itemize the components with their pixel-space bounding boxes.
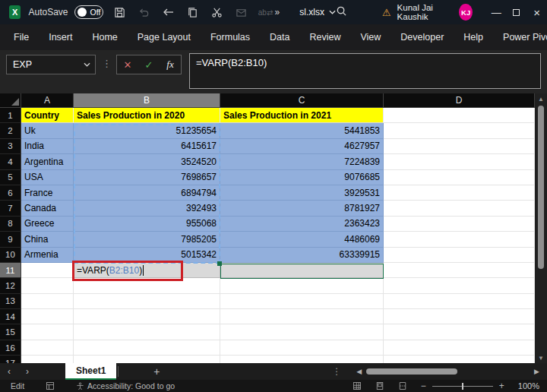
cell-C13[interactable]	[220, 294, 384, 309]
tab-formulas[interactable]: Formulas	[210, 32, 250, 43]
vertical-scrollbar[interactable]: ▲ ▼	[535, 93, 547, 363]
cell-A15[interactable]	[21, 324, 74, 340]
row-header-6[interactable]: 6	[0, 185, 21, 201]
search-icon[interactable]	[336, 5, 347, 19]
cell-B10[interactable]: 5015342	[74, 248, 220, 263]
horizontal-scrollbar[interactable]	[366, 368, 530, 375]
cell-A3[interactable]: India	[21, 139, 74, 154]
document-title[interactable]: sl.xlsx	[299, 7, 336, 17]
vertical-scroll-thumb[interactable]	[538, 106, 544, 269]
cell-C11[interactable]	[220, 263, 384, 278]
maximize-button[interactable]	[507, 0, 527, 24]
cell-B12[interactable]	[74, 278, 220, 293]
cell-D13[interactable]	[384, 294, 535, 309]
name-box[interactable]: EXP	[6, 55, 96, 74]
tab-review[interactable]: Review	[309, 32, 340, 43]
row-header-4[interactable]: 4	[0, 154, 21, 169]
cell-A17[interactable]	[21, 356, 74, 363]
scroll-right-icon[interactable]: ▶	[530, 368, 544, 375]
tab-data[interactable]: Data	[270, 32, 289, 43]
cell-D8[interactable]	[384, 217, 535, 232]
name-box-chevron-icon[interactable]	[84, 62, 90, 67]
cell-B7[interactable]: 392493	[74, 201, 220, 216]
row-header-8[interactable]: 8	[0, 217, 21, 232]
page-layout-view-icon[interactable]	[375, 381, 384, 390]
row-header-17[interactable]: 17	[0, 356, 21, 363]
cell-D15[interactable]	[384, 324, 535, 340]
horizontal-scroll-thumb[interactable]	[366, 368, 457, 375]
tab-help[interactable]: Help	[463, 32, 483, 43]
warning-icon[interactable]: ⚠	[382, 7, 391, 18]
cell-D3[interactable]	[384, 139, 535, 154]
minimize-button[interactable]: —	[486, 0, 507, 24]
cut-icon[interactable]	[211, 6, 223, 18]
cell-A2[interactable]: Uk	[21, 123, 74, 138]
tab-insert[interactable]: Insert	[49, 32, 72, 43]
zoom-slider[interactable]	[432, 386, 493, 387]
tab-power-pivot[interactable]: Power Pivot	[503, 32, 547, 43]
undo-icon[interactable]	[138, 6, 150, 18]
copy-icon[interactable]	[187, 6, 199, 18]
row-header-1[interactable]: 1	[0, 108, 21, 123]
cell-C4[interactable]: 7224839	[220, 154, 384, 169]
cell-D16[interactable]	[384, 340, 535, 356]
avatar[interactable]: KJ	[459, 4, 472, 21]
tab-view[interactable]: View	[360, 32, 381, 43]
row-header-13[interactable]: 13	[0, 294, 21, 309]
formula-cell-B11[interactable]: =VARP(B2:B10)	[74, 263, 220, 278]
cell-D9[interactable]	[384, 232, 535, 247]
cell-A12[interactable]	[21, 278, 74, 293]
splitter-handle[interactable]: ⋮	[332, 366, 341, 377]
cell-B8[interactable]: 955068	[74, 217, 220, 232]
cell-B1[interactable]: Sales Production in 2020	[74, 108, 220, 123]
formula-input[interactable]: =VARP(B2:B10)	[189, 53, 541, 89]
cell-D17[interactable]	[384, 356, 535, 363]
close-button[interactable]: ×	[526, 0, 547, 24]
cell-C16[interactable]	[220, 340, 384, 356]
autosave-toggle[interactable]: Off	[74, 5, 103, 19]
next-sheet-icon[interactable]: ›	[18, 366, 36, 377]
row-header-10[interactable]: 10	[0, 248, 21, 263]
more-commands-icon[interactable]: »	[275, 7, 280, 17]
insert-function-icon[interactable]: fx	[160, 55, 181, 74]
cell-B14[interactable]	[74, 309, 220, 324]
cell-B13[interactable]	[74, 294, 220, 309]
zoom-in-icon[interactable]: +	[499, 381, 504, 391]
user-name[interactable]: Kunal Jai Kaushik	[397, 3, 452, 21]
cell-D14[interactable]	[384, 309, 535, 324]
tab-home[interactable]: Home	[92, 32, 117, 43]
cell-A1[interactable]: Country	[21, 108, 74, 123]
row-header-3[interactable]: 3	[0, 139, 21, 154]
zoom-level[interactable]: 100%	[518, 381, 539, 390]
column-header-B[interactable]: B	[74, 93, 220, 108]
cell-A11[interactable]	[21, 263, 74, 278]
cell-B4[interactable]: 3524520	[74, 154, 220, 169]
row-header-11[interactable]: 11	[0, 263, 21, 278]
cell-D5[interactable]	[384, 170, 535, 185]
tab-developer[interactable]: Developer	[400, 32, 444, 43]
column-header-A[interactable]: A	[21, 93, 74, 108]
page-break-view-icon[interactable]	[398, 381, 407, 390]
cell-D7[interactable]	[384, 201, 535, 216]
scroll-up-icon[interactable]: ▲	[538, 93, 544, 104]
cell-D11[interactable]	[384, 263, 535, 278]
cell-B5[interactable]: 7698657	[74, 170, 220, 185]
confirm-entry-icon[interactable]: ✓	[138, 55, 160, 74]
cell-D12[interactable]	[384, 278, 535, 293]
cell-A6[interactable]: France	[21, 185, 74, 201]
row-header-7[interactable]: 7	[0, 201, 21, 216]
cell-A13[interactable]	[21, 294, 74, 309]
cell-B16[interactable]	[74, 340, 220, 356]
sheet-tab-sheet1[interactable]: Sheet1	[65, 363, 116, 380]
cell-B3[interactable]: 6415617	[74, 139, 220, 154]
column-header-D[interactable]: D	[384, 93, 535, 108]
cell-A9[interactable]: China	[21, 232, 74, 247]
cell-A4[interactable]: Argentina	[21, 154, 74, 169]
scroll-left-icon[interactable]: ◀	[352, 368, 366, 375]
cell-A7[interactable]: Canada	[21, 201, 74, 216]
replace-icon[interactable]: ab⇄	[260, 6, 272, 18]
zoom-out-icon[interactable]: −	[421, 381, 426, 391]
cell-D6[interactable]	[384, 185, 535, 201]
tab-file[interactable]: File	[14, 32, 29, 43]
cell-B15[interactable]	[74, 324, 220, 340]
